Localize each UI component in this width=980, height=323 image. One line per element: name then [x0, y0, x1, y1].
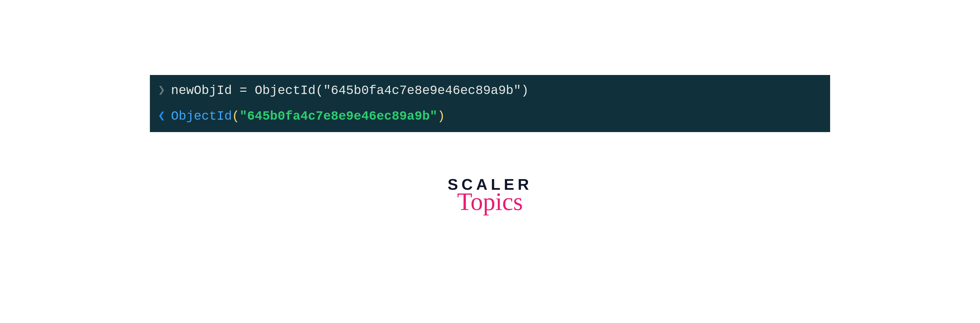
- input-close-paren: ): [521, 83, 529, 99]
- output-close-paren: ): [437, 108, 445, 124]
- brand-logo: SCALER Topics: [448, 175, 532, 214]
- output-function: ObjectId: [171, 108, 232, 124]
- input-prompt-icon: ❯: [158, 83, 165, 99]
- output-prompt-icon: ❮: [158, 108, 165, 124]
- console-panel: ❯ newObjId = ObjectId ( "645b0fa4c7e8e9e…: [150, 75, 830, 132]
- output-argument: "645b0fa4c7e8e9e46ec89a9b": [240, 108, 438, 124]
- output-open-paren: (: [232, 108, 240, 124]
- input-operator: =: [232, 83, 255, 99]
- input-argument: "645b0fa4c7e8e9e46ec89a9b": [323, 83, 521, 99]
- logo-secondary-text: Topics: [457, 189, 523, 214]
- console-output-line: ❮ ObjectId ( "645b0fa4c7e8e9e46ec89a9b" …: [158, 108, 822, 124]
- console-input-line: ❯ newObjId = ObjectId ( "645b0fa4c7e8e9e…: [158, 83, 822, 99]
- input-open-paren: (: [316, 83, 323, 99]
- input-variable: newObjId: [171, 83, 232, 99]
- input-function: ObjectId: [255, 83, 316, 99]
